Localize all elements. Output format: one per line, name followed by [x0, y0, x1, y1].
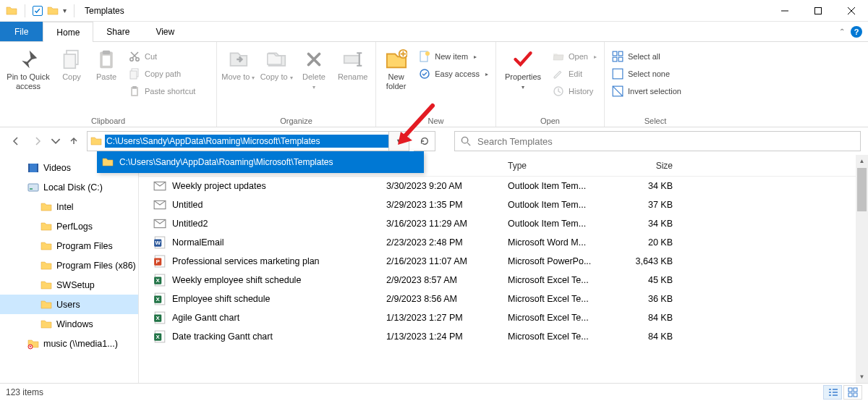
- status-bar: 123 items: [0, 383, 868, 401]
- help-button[interactable]: ?: [851, 26, 862, 38]
- svg-rect-29: [815, 7, 822, 14]
- recent-locations-button[interactable]: [51, 132, 61, 150]
- tree-item[interactable]: PerfLogs: [0, 216, 138, 236]
- new-item-button[interactable]: New item▸: [416, 49, 491, 64]
- tab-view[interactable]: View: [142, 22, 187, 41]
- tree-item[interactable]: Program Files (x86): [0, 256, 138, 275]
- details-view-button[interactable]: [823, 385, 842, 400]
- paste-shortcut-icon: [129, 85, 140, 97]
- file-size: 34 KB: [608, 219, 680, 229]
- rename-button[interactable]: Rename: [334, 45, 371, 82]
- delete-icon: [302, 48, 326, 71]
- select-none-button[interactable]: Select none: [609, 67, 684, 81]
- file-size: 45 KB: [608, 275, 680, 285]
- file-date: 3/16/2023 11:29 AM: [379, 219, 501, 229]
- history-button[interactable]: History: [550, 84, 600, 98]
- vertical-scrollbar[interactable]: ▲ ▼: [856, 155, 868, 383]
- scroll-down-button[interactable]: ▼: [856, 371, 868, 383]
- file-row[interactable]: Weekly employee shift schedule2/9/2023 8…: [139, 271, 868, 290]
- qat-separator: [25, 4, 25, 17]
- file-row[interactable]: Weekly project updates3/30/2023 9:20 AMO…: [139, 177, 868, 195]
- tree-item[interactable]: Windows: [0, 314, 138, 334]
- netfolder-icon: [27, 338, 39, 350]
- paste-shortcut-button[interactable]: Paste shortcut: [126, 84, 198, 98]
- copy-path-icon: [129, 68, 140, 80]
- copy-path-button[interactable]: Copy path: [126, 67, 198, 81]
- file-name: NormalEmail: [172, 237, 224, 248]
- file-row[interactable]: Untitled23/16/2023 11:29 AMOutlook Item …: [139, 214, 868, 233]
- address-suggestion[interactable]: C:\Users\Sandy\AppData\Roaming\Microsoft…: [98, 152, 423, 172]
- column-size[interactable]: Size: [608, 161, 680, 171]
- tree-item[interactable]: SWSetup: [0, 275, 138, 295]
- tree-item-label: SWSetup: [56, 280, 95, 290]
- edit-icon: [553, 68, 564, 80]
- file-size: 36 KB: [608, 294, 680, 304]
- select-all-button[interactable]: Select all: [609, 49, 684, 64]
- easy-access-button[interactable]: Easy access▸: [416, 67, 491, 81]
- properties-qat-icon[interactable]: [33, 6, 43, 16]
- copy-to-button[interactable]: Copy to ▾: [260, 45, 294, 82]
- search-box[interactable]: Search Templates: [454, 131, 861, 151]
- tree-item[interactable]: Intel: [0, 197, 138, 216]
- close-button[interactable]: [835, 0, 868, 22]
- file-date: 2/9/2023 8:57 AM: [379, 275, 501, 285]
- file-row[interactable]: Date tracking Gantt chart1/13/2023 1:24 …: [139, 327, 868, 346]
- invert-selection-button[interactable]: Invert selection: [609, 84, 684, 98]
- ribbon-tabs: File Home Share View ⌃ ?: [0, 22, 868, 42]
- qat-dropdown[interactable]: ▾: [63, 7, 67, 14]
- ppt-icon: [153, 255, 166, 268]
- navigation-pane[interactable]: VideosLocal Disk (C:)IntelPerfLogsProgra…: [0, 155, 139, 383]
- delete-button[interactable]: Delete▾: [298, 45, 331, 91]
- file-name: Agile Gantt chart: [172, 313, 239, 323]
- file-type: Microsoft Word M...: [501, 237, 608, 248]
- file-row[interactable]: Agile Gantt chart1/13/2023 1:27 PMMicros…: [139, 308, 868, 327]
- large-icons-view-button[interactable]: [843, 385, 862, 400]
- tree-item[interactable]: music (\\media1...): [0, 334, 138, 353]
- file-type: Microsoft Excel Te...: [501, 313, 608, 323]
- up-button[interactable]: [65, 132, 82, 150]
- tree-item[interactable]: Local Disk (C:): [0, 177, 138, 197]
- address-input[interactable]: [105, 135, 388, 148]
- history-icon: [553, 85, 564, 97]
- file-row[interactable]: Employee shift schedule2/9/2023 8:56 AMM…: [139, 290, 868, 308]
- pin-icon: [17, 48, 40, 71]
- excel-icon: [153, 292, 166, 305]
- properties-button[interactable]: Properties▾: [501, 45, 545, 91]
- tab-share[interactable]: Share: [93, 22, 142, 41]
- tab-home[interactable]: Home: [43, 22, 93, 42]
- column-type[interactable]: Type: [501, 161, 608, 171]
- back-button[interactable]: [7, 132, 25, 150]
- open-button[interactable]: Open▸: [550, 49, 600, 64]
- address-bar[interactable]: ▼: [87, 131, 409, 151]
- file-size: 3,643 KB: [608, 256, 680, 266]
- paste-button[interactable]: Paste: [91, 45, 122, 82]
- move-to-button[interactable]: Move to ▾: [221, 45, 255, 82]
- file-size: 34 KB: [608, 181, 680, 191]
- scroll-up-button[interactable]: ▲: [856, 155, 868, 167]
- refresh-button[interactable]: [414, 131, 435, 151]
- tree-item[interactable]: Users: [0, 295, 138, 314]
- maximize-button[interactable]: [801, 0, 835, 22]
- address-dropdown-button[interactable]: ▼: [388, 132, 409, 151]
- forward-button[interactable]: [29, 132, 46, 150]
- copy-button[interactable]: Copy: [56, 45, 87, 82]
- folder-icon: [41, 221, 52, 232]
- collapse-ribbon-button[interactable]: ⌃: [839, 28, 845, 35]
- tree-item[interactable]: Program Files: [0, 236, 138, 256]
- file-row[interactable]: Professional services marketing plan2/16…: [139, 252, 868, 271]
- file-type: Microsoft Excel Te...: [501, 294, 608, 304]
- excel-icon: [153, 330, 166, 343]
- new-folder-button[interactable]: New folder: [380, 45, 412, 91]
- tab-file[interactable]: File: [0, 22, 43, 41]
- minimize-button[interactable]: [768, 0, 801, 22]
- folder-icon: [47, 5, 59, 17]
- file-row[interactable]: NormalEmail2/23/2023 2:48 PMMicrosoft Wo…: [139, 233, 868, 252]
- file-size: 37 KB: [608, 200, 680, 210]
- file-date: 3/30/2023 9:20 AM: [379, 181, 501, 191]
- cut-button[interactable]: Cut: [126, 49, 198, 64]
- edit-button[interactable]: Edit: [550, 67, 600, 81]
- scrollbar-thumb[interactable]: [857, 168, 867, 211]
- pin-quick-access-button[interactable]: Pin to Quick access: [4, 45, 52, 91]
- file-row[interactable]: Untitled3/29/2023 1:35 PMOutlook Item Te…: [139, 195, 868, 214]
- search-icon: [461, 136, 472, 147]
